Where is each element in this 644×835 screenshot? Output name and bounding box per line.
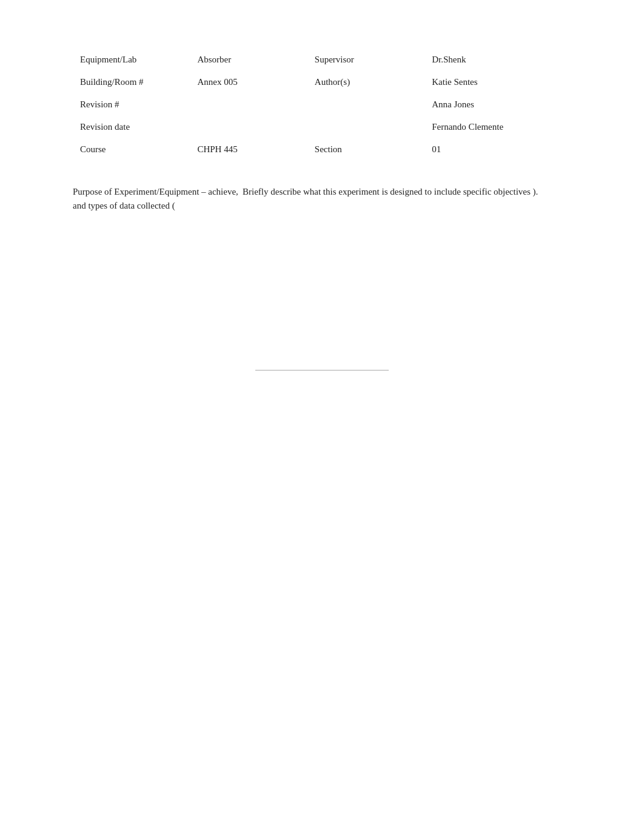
table-row: Equipment/LabAbsorberSupervisorDr.Shenk <box>73 49 571 71</box>
row-value2: Fernando Clemente <box>424 116 571 138</box>
row-value2: 01 <box>424 138 571 161</box>
row-value1: CHPH 445 <box>190 138 307 161</box>
table-row: Revision #Anna Jones <box>73 93 571 116</box>
row-label1: Revision date <box>73 116 190 138</box>
purpose-right-text: Briefly describe what this experiment is… <box>243 185 571 199</box>
info-table: Equipment/LabAbsorberSupervisorDr.ShenkB… <box>73 49 571 161</box>
underline-area <box>73 370 571 371</box>
row-label1: Revision # <box>73 93 190 116</box>
table-row: Building/Room #Annex 005Author(s)Katie S… <box>73 71 571 93</box>
row-value2: Katie Sentes <box>424 71 571 93</box>
page: Equipment/LabAbsorberSupervisorDr.ShenkB… <box>0 0 644 835</box>
row-value1: Absorber <box>190 49 307 71</box>
row-label2: Supervisor <box>307 49 424 71</box>
table-row: Revision dateFernando Clemente <box>73 116 571 138</box>
row-label1: Equipment/Lab <box>73 49 190 71</box>
row-value1: Annex 005 <box>190 71 307 93</box>
row-label2 <box>307 93 424 116</box>
row-label2 <box>307 116 424 138</box>
row-label1: Course <box>73 138 190 161</box>
row-label1: Building/Room # <box>73 71 190 93</box>
underline-bar <box>255 370 389 371</box>
row-value2: Anna Jones <box>424 93 571 116</box>
purpose-left-text: Purpose of Experiment/Equipment – achiev… <box>73 185 243 212</box>
row-value1 <box>190 93 307 116</box>
row-label2: Author(s) <box>307 71 424 93</box>
row-value1 <box>190 116 307 138</box>
row-label2: Section <box>307 138 424 161</box>
purpose-section: Purpose of Experiment/Equipment – achiev… <box>73 185 571 212</box>
table-row: CourseCHPH 445Section01 <box>73 138 571 161</box>
row-value2: Dr.Shenk <box>424 49 571 71</box>
